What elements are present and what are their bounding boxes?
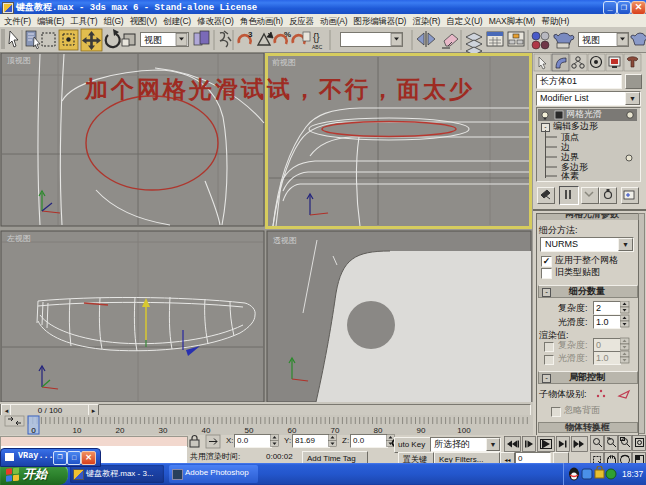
svg-text:{}: {} bbox=[313, 32, 320, 43]
svg-text:视图: 视图 bbox=[144, 35, 162, 45]
svg-text:30: 30 bbox=[159, 426, 168, 435]
svg-text:100: 100 bbox=[457, 426, 471, 435]
svg-text:90: 90 bbox=[417, 426, 426, 435]
svg-text:加个网格光滑试试，不行，面太少: 加个网格光滑试试，不行，面太少 bbox=[84, 77, 475, 102]
svg-text:顶视图: 顶视图 bbox=[6, 56, 31, 65]
svg-text:透视图: 透视图 bbox=[273, 236, 297, 245]
svg-text:0: 0 bbox=[31, 426, 36, 435]
svg-text:视图: 视图 bbox=[582, 35, 600, 45]
svg-text:10: 10 bbox=[73, 426, 82, 435]
svg-text:20: 20 bbox=[116, 426, 125, 435]
svg-text:前视图: 前视图 bbox=[272, 58, 296, 67]
svg-text:左视图: 左视图 bbox=[7, 234, 31, 243]
svg-text:%: % bbox=[284, 30, 291, 39]
svg-text:3: 3 bbox=[248, 30, 253, 39]
svg-text:ABC: ABC bbox=[312, 44, 323, 50]
